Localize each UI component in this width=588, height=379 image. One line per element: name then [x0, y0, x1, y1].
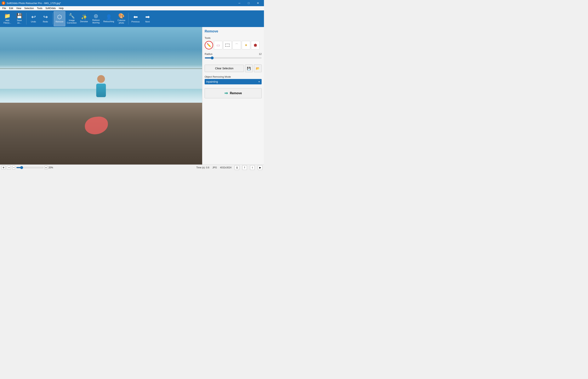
remove-arrow-icon: ⇒ — [224, 91, 228, 96]
colorize-icon: 🎨 — [118, 13, 124, 18]
add-files-label: AddFile(s)... — [3, 19, 11, 24]
denoise-button[interactable]: ✨ Denoise — [78, 11, 90, 26]
window-title: SoftOrbits Photo Retoucher Pro - IMG_172… — [7, 2, 61, 5]
mode-label: Object Removing Mode — [205, 75, 262, 78]
divider-1 — [26, 13, 27, 25]
clear-section: Clear Selection 💾 📂 — [205, 63, 262, 72]
zoom-slider[interactable] — [16, 167, 44, 168]
menu-view[interactable]: View — [15, 7, 23, 10]
previous-button[interactable]: ⬅ Previous — [130, 11, 141, 26]
twitter-button[interactable]: t — [250, 165, 255, 170]
stamp-tool-button[interactable]: ⬟ — [251, 41, 260, 49]
menu-file[interactable]: File — [1, 7, 8, 10]
time-section: Time (s): 0.6 — [196, 166, 210, 169]
format-label: JPG — [212, 166, 217, 169]
image-correction-button[interactable]: 🔧 ImageCorrection — [66, 11, 78, 26]
save-selection-button[interactable]: 💾 — [245, 64, 253, 72]
divider-3 — [128, 13, 129, 25]
panel-title: Remove — [205, 29, 262, 33]
dimensions-label: 4032x3024 — [220, 166, 231, 169]
menu-selection[interactable]: Selection — [23, 7, 35, 10]
time-value: 0.6 — [206, 166, 210, 169]
youtube-button[interactable]: ▶ — [258, 165, 262, 170]
minimize-button[interactable]: ─ — [235, 0, 244, 6]
colorize-button[interactable]: 🎨 Colorizephoto — [115, 11, 127, 26]
app-logo: S — [1, 1, 5, 5]
add-files-button[interactable]: 📁 AddFile(s)... — [1, 11, 13, 26]
canvas-area[interactable] — [0, 27, 202, 164]
save-as-button[interactable]: 💾 Saveas... — [14, 11, 25, 26]
clear-selection-button[interactable]: Clear Selection — [205, 65, 244, 72]
zoom-in-button[interactable]: + — [45, 166, 47, 170]
radius-slider[interactable] — [205, 57, 262, 59]
correction-icon: 🔧 — [69, 13, 75, 18]
facebook-button[interactable]: f — [242, 165, 247, 170]
tools-row: ✏️ ▭ ⌒ ✦ ⬟ — [205, 41, 262, 49]
pen-icon: ✏️ — [207, 43, 212, 47]
main-container: Remove Tools ✏️ ▭ ⌒ — [0, 27, 264, 164]
svg-text:S: S — [3, 2, 4, 4]
menu-softorbits[interactable]: SoftOrbits — [44, 7, 57, 10]
fit-to-screen-button[interactable]: ⊞ — [1, 166, 5, 170]
menubar: File Edit View Selection Tools SoftOrbit… — [0, 6, 264, 10]
redo-button[interactable]: ↪ Redo — [40, 11, 51, 26]
actual-icon: ▭ — [8, 166, 10, 169]
menu-tools[interactable]: Tools — [35, 7, 44, 10]
undo-button[interactable]: ↩ Undo — [28, 11, 39, 26]
zoom-controls: − + 20% — [12, 166, 53, 170]
lasso-icon: ⌒ — [235, 43, 238, 47]
toolbar: 📁 AddFile(s)... 💾 Saveas... ↩ Undo ↪ Red… — [0, 10, 264, 27]
remove-button[interactable]: ⬡ Remove — [54, 11, 65, 26]
mode-select[interactable]: Inpainting Content-Aware Smearing — [205, 79, 262, 84]
beach-scene — [0, 27, 202, 164]
remove-section: Remove — [205, 29, 262, 34]
reduce-blurring-button[interactable]: ◎ Reduceblurring — [90, 11, 102, 26]
rect-select-button[interactable] — [223, 41, 232, 49]
next-label: Next — [145, 20, 150, 23]
eraser-tool-button[interactable]: ▭ — [214, 41, 222, 49]
radius-row: Radius 12 — [205, 52, 262, 55]
radius-label: Radius — [205, 52, 212, 55]
tools-section: Tools ✏️ ▭ ⌒ ✦ — [205, 36, 262, 49]
magic-wand-button[interactable]: ✦ — [242, 41, 250, 49]
denoise-label: Denoise — [80, 20, 88, 23]
add-files-icon: 📁 — [4, 13, 10, 18]
menu-help[interactable]: Help — [57, 7, 65, 10]
time-label: Time (s): — [196, 166, 205, 169]
magic-icon: ✦ — [245, 43, 248, 47]
radius-slider-container — [205, 56, 262, 59]
lasso-tool-button[interactable]: ⌒ — [232, 41, 241, 49]
fit-icon: ⊞ — [3, 166, 4, 169]
window-controls: ─ □ ✕ — [235, 0, 262, 6]
titlebar-left: S SoftOrbits Photo Retoucher Pro - IMG_1… — [1, 1, 61, 5]
undo-label: Undo — [31, 20, 36, 23]
denoise-icon: ✨ — [81, 15, 87, 19]
retouch-icon: 👤 — [106, 15, 112, 19]
menu-edit[interactable]: Edit — [8, 7, 15, 10]
zoom-out-button[interactable]: − — [12, 166, 15, 170]
next-icon: ➡ — [145, 14, 150, 20]
next-button[interactable]: ➡ Next — [142, 11, 153, 26]
radius-value: 12 — [259, 52, 262, 55]
redo-label: Redo — [43, 20, 48, 23]
retouching-button[interactable]: 👤 Retouching — [102, 11, 115, 26]
actual-size-button[interactable]: ▭ — [7, 166, 11, 170]
titlebar: S SoftOrbits Photo Retoucher Pro - IMG_1… — [0, 0, 264, 6]
redo-icon: ↪ — [43, 14, 48, 20]
remove-icon: ⬡ — [57, 14, 62, 20]
prev-label: Previous — [131, 20, 140, 23]
pen-tool-button[interactable]: ✏️ — [205, 41, 213, 49]
person-head — [97, 75, 105, 83]
prev-icon: ⬅ — [133, 14, 138, 20]
remove-action-button[interactable]: ⇒ Remove — [205, 88, 262, 98]
blur-icon: ◎ — [94, 14, 98, 18]
person-in-water — [93, 75, 109, 98]
horizon-detail — [0, 68, 202, 69]
load-selection-button[interactable]: 📂 — [254, 64, 262, 72]
undo-icon: ↩ — [31, 14, 36, 20]
close-button[interactable]: ✕ — [254, 0, 262, 6]
person-body — [96, 84, 106, 97]
info-button[interactable]: ℹ — [235, 165, 239, 170]
maximize-button[interactable]: □ — [244, 0, 253, 6]
status-left: ⊞ ▭ − + 20% — [1, 166, 194, 170]
